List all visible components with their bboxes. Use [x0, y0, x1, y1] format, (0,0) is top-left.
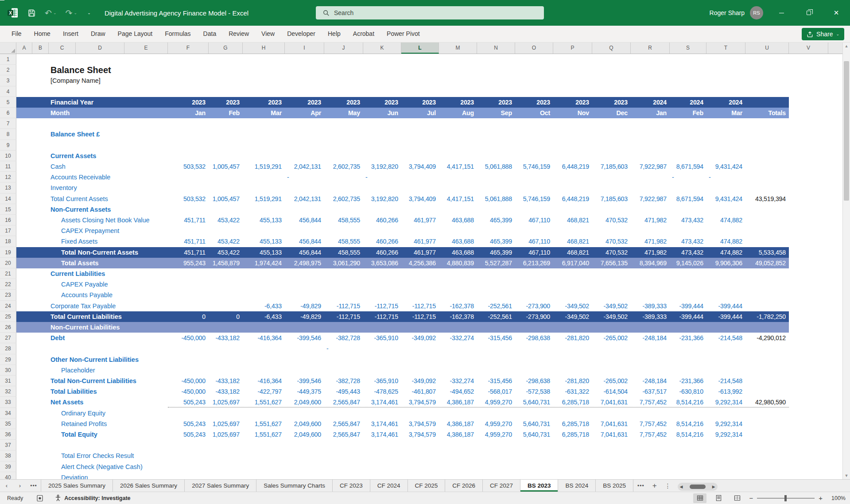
cell-value[interactable]: Apr — [285, 108, 324, 118]
row-header-39[interactable]: 39 — [0, 461, 16, 472]
column-header-D[interactable]: D — [76, 43, 124, 54]
cell-value[interactable]: 2,042,131 — [285, 194, 324, 204]
cell-value[interactable]: Jan — [631, 108, 670, 118]
cell-value[interactable]: 2023 — [401, 97, 439, 108]
scroll-left-icon[interactable]: ◀ — [680, 485, 683, 489]
normal-view-button[interactable] — [693, 493, 706, 503]
cell-value[interactable]: -49,829 — [285, 301, 324, 311]
ribbon-tab-file[interactable]: File — [5, 26, 28, 42]
prev-sheet-button[interactable]: ‹ — [0, 480, 13, 492]
cell-value[interactable]: 8,671,594 — [670, 161, 706, 172]
cell-value[interactable]: 8,671,594 — [670, 194, 706, 204]
cell-value[interactable]: -631,322 — [553, 386, 592, 397]
sheet-tab-bs-2024[interactable]: BS 2024 — [558, 480, 596, 492]
cell-value[interactable]: -399,444 — [670, 301, 706, 311]
cell-value[interactable]: -613,992 — [706, 386, 745, 397]
cell-value[interactable]: -298,638 — [515, 376, 553, 386]
cell-value[interactable]: 473,432 — [670, 236, 706, 247]
vertical-scrollbar[interactable]: ▲ ▼ — [842, 43, 850, 479]
row-header-37[interactable]: 37 — [0, 440, 16, 450]
ribbon-tab-review[interactable]: Review — [222, 26, 255, 42]
cell-value[interactable]: 6,917,040 — [553, 258, 592, 268]
cell-value[interactable]: 8,514,216 — [670, 429, 706, 440]
cell-value[interactable]: 458,555 — [324, 215, 363, 225]
cell-value[interactable]: 463,688 — [439, 215, 477, 225]
cell-value[interactable]: -112,715 — [401, 311, 439, 322]
cell-value[interactable]: 503,532 — [168, 161, 209, 172]
cell-value[interactable]: Feb — [670, 108, 706, 118]
row-header-7[interactable]: 7 — [0, 118, 16, 129]
cell-value[interactable]: 473,432 — [670, 215, 706, 225]
cell-value[interactable]: 2,565,847 — [324, 419, 363, 429]
accessibility-status[interactable]: Accessibility: Investigate — [55, 495, 130, 501]
cell-value[interactable]: 5,746,159 — [515, 194, 553, 204]
cell-label[interactable]: Total Liabilities — [50, 386, 97, 397]
row-header-33[interactable]: 33 — [0, 397, 16, 407]
cell-value[interactable]: 461,977 — [401, 247, 439, 258]
row-header-12[interactable]: 12 — [0, 172, 16, 182]
row-header-22[interactable]: 22 — [0, 279, 16, 290]
cell-total[interactable]: Totals — [745, 108, 789, 118]
row-header-27[interactable]: 27 — [0, 333, 16, 343]
cell-value[interactable]: -252,561 — [477, 301, 515, 311]
cell-value[interactable]: 4,417,151 — [439, 194, 477, 204]
restore-button[interactable] — [795, 0, 823, 26]
cell-value[interactable]: 453,422 — [209, 215, 243, 225]
cell-value[interactable]: -478,625 — [363, 386, 401, 397]
cell-value[interactable]: 9,292,314 — [706, 397, 745, 407]
cell-label[interactable]: Corporate Tax Payable — [50, 301, 116, 311]
row-header-4[interactable]: 4 — [0, 86, 16, 97]
cell-value[interactable]: -112,715 — [363, 301, 401, 311]
sheet-tab-2027-sales-summary[interactable]: 2027 Sales Summary — [185, 480, 256, 492]
cell-value[interactable]: 4,959,270 — [477, 429, 515, 440]
cell-label[interactable]: Total Current Assets — [50, 194, 108, 204]
cell-value[interactable]: 465,399 — [477, 215, 515, 225]
row-header-16[interactable]: 16 — [0, 215, 16, 225]
cell-value[interactable]: -637,517 — [631, 386, 670, 397]
cell-value[interactable]: 455,133 — [243, 247, 285, 258]
cell-value[interactable]: -281,820 — [553, 376, 592, 386]
cell-value[interactable]: - — [706, 172, 745, 182]
cell-value[interactable]: 453,422 — [209, 247, 243, 258]
cell-value[interactable]: 451,711 — [168, 236, 209, 247]
cell-value[interactable]: 5,640,731 — [515, 429, 553, 440]
cell-value[interactable]: -349,092 — [401, 376, 439, 386]
column-header-T[interactable]: T — [706, 43, 745, 54]
cell-value[interactable]: 9,431,424 — [706, 161, 745, 172]
cell-value[interactable]: -265,002 — [592, 333, 631, 343]
sheet-tab-2026-sales-summary[interactable]: 2026 Sales Summary — [113, 480, 185, 492]
cell-value[interactable]: -450,000 — [168, 333, 209, 343]
cell-value[interactable]: 463,688 — [439, 236, 477, 247]
scroll-up-icon[interactable]: ▲ — [843, 44, 850, 48]
cell-value[interactable]: 3,653,086 — [363, 258, 401, 268]
cell-value[interactable]: 2023 — [209, 97, 243, 108]
cell-value[interactable]: 6,448,219 — [553, 161, 592, 172]
cell-label[interactable]: Accounts Payable — [61, 290, 113, 300]
cell-value[interactable]: -332,274 — [439, 376, 477, 386]
cell-value[interactable]: 453,422 — [209, 236, 243, 247]
cell-value[interactable]: 2,602,735 — [324, 161, 363, 172]
cell-label[interactable]: Total Equity — [61, 429, 97, 440]
cell-value[interactable]: -433,182 — [209, 376, 243, 386]
cell-value[interactable]: -112,715 — [324, 301, 363, 311]
cell-value[interactable]: 2,042,131 — [285, 161, 324, 172]
cell-value[interactable]: -349,092 — [401, 333, 439, 343]
column-header-S[interactable]: S — [670, 43, 706, 54]
row-header-20[interactable]: 20 — [0, 258, 16, 268]
cell-value[interactable]: -315,456 — [477, 333, 515, 343]
cell-value[interactable]: Oct — [515, 108, 553, 118]
cell-total[interactable]: 49,052,852 — [745, 258, 789, 268]
cell-value[interactable]: -365,910 — [363, 333, 401, 343]
cell-value[interactable]: 3,192,820 — [363, 194, 401, 204]
cell-value[interactable]: 467,110 — [515, 236, 553, 247]
cell-value[interactable]: Sep — [477, 108, 515, 118]
cell-value[interactable]: -214,548 — [706, 333, 745, 343]
cell-value[interactable]: Jul — [401, 108, 439, 118]
cell-label[interactable]: Placeholder — [61, 365, 95, 376]
ribbon-tab-draw[interactable]: Draw — [85, 26, 112, 42]
cell-value[interactable]: 458,555 — [324, 236, 363, 247]
row-header-21[interactable]: 21 — [0, 268, 16, 279]
cell-value[interactable]: 7,757,452 — [631, 397, 670, 407]
cell-value[interactable]: 1,005,457 — [209, 194, 243, 204]
cell-value[interactable]: 9,906,306 — [706, 258, 745, 268]
